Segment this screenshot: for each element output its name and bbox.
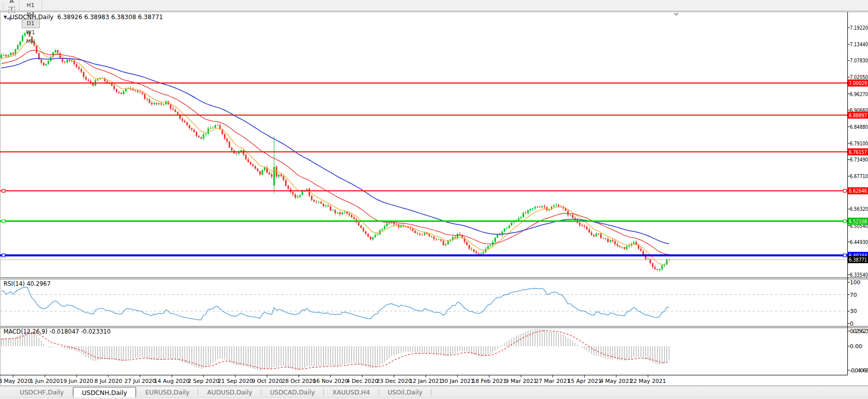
line-handle[interactable] <box>843 220 846 223</box>
svg-text:15 Apr 2021: 15 Apr 2021 <box>567 378 602 384</box>
svg-text:21 Sep 2020: 21 Sep 2020 <box>218 378 253 384</box>
timeframe-button-mn[interactable]: MN <box>22 37 40 46</box>
svg-text:22 May 2021: 22 May 2021 <box>630 378 666 384</box>
svg-text:6.96270: 6.96270 <box>850 91 868 98</box>
svg-text:8 Jul 2020: 8 Jul 2020 <box>95 378 122 384</box>
svg-text:23 Dec 2020: 23 Dec 2020 <box>376 378 411 384</box>
mt4-window: { "toolbar": { "tools": [ {"name": "fibo… <box>0 0 868 399</box>
svg-text:28 Oct 2020: 28 Oct 2020 <box>281 378 316 384</box>
chart-tab-eurusd[interactable]: EURUSD,Daily <box>136 387 198 397</box>
line-handle[interactable] <box>2 254 5 257</box>
chart-tab-audusd[interactable]: AUDUSD,Daily <box>198 387 261 397</box>
svg-text:9 Mar 2021: 9 Mar 2021 <box>505 378 537 384</box>
svg-text:6.56320: 6.56320 <box>850 206 868 212</box>
arrow-objects-icon <box>7 16 14 22</box>
svg-text:6.79100: 6.79100 <box>850 140 868 147</box>
svg-text:6.44930: 6.44930 <box>850 239 868 246</box>
svg-text:2 Sep 2020: 2 Sep 2020 <box>188 378 220 384</box>
svg-text:0.025623: 0.025623 <box>850 328 868 335</box>
svg-text:6.73490: 6.73490 <box>850 156 868 163</box>
timeframe-button-h1[interactable]: H1 <box>22 1 40 10</box>
svg-text:0.00: 0.00 <box>850 343 862 350</box>
svg-text:4 May 2021: 4 May 2021 <box>600 378 633 384</box>
svg-text:6.76157: 6.76157 <box>849 149 867 155</box>
svg-text:4 Dec 2020: 4 Dec 2020 <box>346 378 378 384</box>
svg-text:1 Jun 2020: 1 Jun 2020 <box>30 378 59 384</box>
price-label-6.76157: 6.76157 <box>848 148 868 155</box>
svg-text:16 Nov 2020: 16 Nov 2020 <box>313 378 348 384</box>
svg-text:7.13440: 7.13440 <box>850 41 868 48</box>
svg-text:7.19220: 7.19220 <box>850 25 868 31</box>
chart-tab-usoil[interactable]: USOil,Daily <box>379 387 431 397</box>
svg-text:6.62646: 6.62646 <box>849 188 867 194</box>
toolbar-separator <box>19 1 20 10</box>
svg-text:12 Jan 2021: 12 Jan 2021 <box>409 378 443 384</box>
object-tools-group: FAT▾ <box>6 0 17 24</box>
svg-text:13 May 2020: 13 May 2020 <box>0 378 31 384</box>
svg-text:6.52108: 6.52108 <box>849 218 867 225</box>
svg-text:9 Oct 2020: 9 Oct 2020 <box>252 378 282 384</box>
text-label-icon: T <box>9 7 15 13</box>
svg-text:6.88897: 6.88897 <box>849 112 867 119</box>
top-toolbar: FAT▾ M1M5M15M30H1H4D1W1MN <box>0 0 868 11</box>
svg-text:6.67710: 6.67710 <box>850 173 868 180</box>
svg-text:-0.04068: -0.04068 <box>850 367 868 374</box>
dropdown-caret-icon[interactable]: ▾ <box>14 17 16 21</box>
svg-text:14 Aug 2020: 14 Aug 2020 <box>154 378 189 384</box>
chart-tab-usdcad[interactable]: USDCAD,Daily <box>261 387 323 397</box>
line-handle[interactable] <box>843 254 846 257</box>
svg-text:7.07830: 7.07830 <box>850 57 868 64</box>
svg-text:70: 70 <box>850 292 857 298</box>
svg-text:19 Jun 2020: 19 Jun 2020 <box>60 378 93 384</box>
text-a-icon: A <box>10 0 14 5</box>
line-handle[interactable] <box>843 189 846 192</box>
svg-text:6.33540: 6.33540 <box>850 272 868 278</box>
tab-separator <box>431 389 431 395</box>
timeframe-button-h4[interactable]: H4 <box>22 10 40 19</box>
svg-text:6.38771: 6.38771 <box>849 257 867 263</box>
svg-text:30: 30 <box>850 308 857 314</box>
svg-text:18 Feb 2021: 18 Feb 2021 <box>472 378 507 384</box>
text-a-button[interactable]: A <box>6 0 17 6</box>
price-label-6.52108: 6.52108 <box>848 218 868 225</box>
svg-text:27 Jul 2020: 27 Jul 2020 <box>124 378 156 384</box>
toolbar-separator <box>42 1 42 10</box>
price-label-7.00029: 7.00029 <box>848 79 868 87</box>
svg-text:100: 100 <box>850 279 860 286</box>
svg-text:6.84880: 6.84880 <box>850 124 868 130</box>
chart-tab-xauusd[interactable]: XAUUSD,H4 <box>324 387 378 397</box>
price-label-6.88897: 6.88897 <box>848 112 868 119</box>
text-label-button[interactable]: T <box>6 6 17 15</box>
timeframe-button-d1[interactable]: D1 <box>22 19 40 28</box>
chart-canvas[interactable]: 7.192207.134407.078307.020506.962706.906… <box>0 0 868 399</box>
timeframe-group: M1M5M15M30H1H4D1W1MN <box>22 0 40 46</box>
toolbar-grip[interactable] <box>2 2 5 10</box>
svg-text:0: 0 <box>850 321 853 327</box>
chart-tab-usdcnh[interactable]: USDCNH,Daily <box>73 387 136 398</box>
chart-tab-usdchf[interactable]: USDCHF,Daily <box>11 387 73 397</box>
svg-text:7.00029: 7.00029 <box>849 80 867 87</box>
arrow-objects-button[interactable]: ▾ <box>6 15 17 24</box>
line-handle[interactable] <box>2 220 5 223</box>
current-price-label: 6.38771 <box>848 256 868 263</box>
timeframe-button-w1[interactable]: W1 <box>22 28 40 37</box>
line-handle[interactable] <box>2 189 5 192</box>
svg-text:30 Jan 2021: 30 Jan 2021 <box>441 378 474 384</box>
chart-tab-bar: USDCHF,DailyUSDCNH,DailyEURUSD,DailyAUDU… <box>0 386 868 397</box>
price-label-6.62646: 6.62646 <box>848 187 868 194</box>
svg-text:27 Mar 2021: 27 Mar 2021 <box>535 378 570 384</box>
